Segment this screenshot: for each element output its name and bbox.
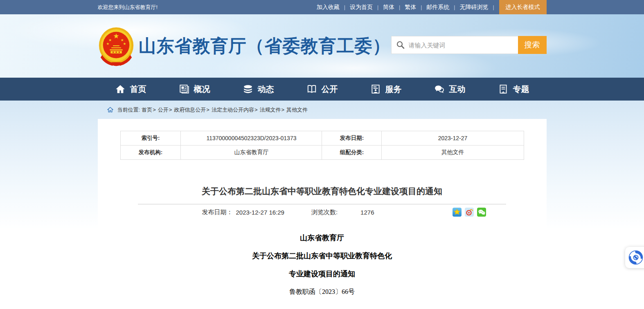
publish-date-label: 发布日期: bbox=[322, 131, 382, 146]
article-body-line: 关于公布第二批山东省中等职业教育特色化 bbox=[98, 247, 547, 265]
breadcrumb-item-regulations[interactable]: 法规文件 bbox=[260, 106, 281, 114]
views-label: 浏览次数: bbox=[311, 208, 338, 216]
share-buttons bbox=[453, 208, 486, 217]
nav-item-home[interactable]: 首页 bbox=[115, 84, 146, 95]
nav-item-services[interactable]: 服务 bbox=[370, 84, 402, 95]
separator: | bbox=[493, 4, 494, 10]
search-box: 搜索 bbox=[391, 36, 547, 54]
weibo-share-icon[interactable] bbox=[465, 208, 474, 217]
index-number-label: 索引号: bbox=[120, 131, 181, 146]
set-homepage-link[interactable]: 设为首页 bbox=[345, 4, 377, 11]
document-info-table: 索引号: 11370000004502323D/2023-01373 发布日期:… bbox=[120, 131, 524, 160]
index-number-value: 11370000004502323D/2023-01373 bbox=[181, 131, 322, 146]
publisher-value: 山东省教育厅 bbox=[181, 146, 322, 160]
home-icon[interactable] bbox=[107, 107, 113, 113]
topics-icon bbox=[498, 84, 509, 94]
breadcrumb-item-disclosure[interactable]: 公开 bbox=[158, 106, 169, 114]
table-row: 发布机构: 山东省教育厅 组配分类: 其他文件 bbox=[120, 146, 524, 160]
national-emblem-icon: ★ ★ ★ ★ ★ bbox=[98, 26, 135, 66]
elder-mode-button[interactable]: 进入长者模式 bbox=[499, 0, 547, 14]
publish-date-value: 2023-12-27 16:29 bbox=[236, 209, 284, 216]
gov-service-icon bbox=[628, 250, 643, 265]
breadcrumb-item-proactive[interactable]: 法定主动公开内容 bbox=[212, 106, 254, 114]
news-stack-icon bbox=[243, 84, 253, 94]
search-icon bbox=[396, 40, 405, 49]
open-book-icon bbox=[306, 84, 317, 94]
home-icon bbox=[115, 84, 126, 94]
search-input[interactable] bbox=[391, 36, 518, 54]
publish-date-value: 2023-12-27 bbox=[382, 131, 524, 146]
accessibility-link[interactable]: 无障碍浏览 bbox=[455, 4, 493, 11]
breadcrumb-separator: > bbox=[281, 107, 285, 113]
breadcrumb-item-gov-info[interactable]: 政府信息公开 bbox=[174, 106, 206, 114]
article-body: 山东省教育厅 关于公布第二批山东省中等职业教育特色化 专业建设项目的通知 鲁教职… bbox=[98, 229, 547, 301]
add-favorite-link[interactable]: 加入收藏 bbox=[312, 4, 344, 11]
overview-icon bbox=[179, 84, 189, 94]
site-header: ★ ★ ★ ★ ★ 山东省教育厅（省委教育工委） bbox=[0, 14, 644, 78]
publisher-label: 发布机构: bbox=[120, 146, 181, 160]
article-body-line: 专业建设项目的通知 bbox=[98, 265, 547, 283]
mail-system-link[interactable]: 邮件系统 bbox=[422, 4, 454, 11]
traditional-chinese-link[interactable]: 繁体 bbox=[400, 4, 421, 11]
wechat-share-icon[interactable] bbox=[477, 208, 486, 217]
search-button[interactable]: 搜索 bbox=[518, 36, 547, 54]
breadcrumb-separator: > bbox=[153, 107, 156, 113]
welcome-text: 欢迎您来到山东省教育厅! bbox=[98, 4, 158, 11]
content-panel: 索引号: 11370000004502323D/2023-01373 发布日期:… bbox=[98, 119, 547, 309]
site-title: 山东省教育厅（省委教育工委） bbox=[139, 34, 391, 58]
breadcrumb: 当前位置: 首页 > 公开 > 政府信息公开 > 法定主动公开内容 > 法规文件… bbox=[98, 101, 547, 119]
page-body: 当前位置: 首页 > 公开 > 政府信息公开 > 法定主动公开内容 > 法规文件… bbox=[0, 101, 644, 309]
nav-item-overview[interactable]: 概况 bbox=[179, 84, 210, 95]
article-body-line: 山东省教育厅 bbox=[98, 229, 547, 247]
category-label: 组配分类: bbox=[322, 146, 382, 160]
breadcrumb-separator: > bbox=[254, 107, 258, 113]
publish-date-label: 发布日期： bbox=[202, 208, 233, 216]
svg-text:★: ★ bbox=[123, 42, 126, 46]
article-meta: 发布日期： 2023-12-27 16:29 浏览次数: 1276 bbox=[98, 204, 547, 220]
category-value: 其他文件 bbox=[382, 146, 524, 160]
top-links: 加入收藏 | 设为首页 | 简体 | 繁体 | 邮件系统 | 无障碍浏览 | 进… bbox=[312, 0, 547, 14]
views-value: 1276 bbox=[360, 209, 374, 216]
simplified-chinese-link[interactable]: 简体 bbox=[378, 4, 399, 11]
breadcrumb-separator: > bbox=[206, 107, 209, 113]
nav-item-interaction[interactable]: 互动 bbox=[434, 84, 466, 95]
breadcrumb-item-home[interactable]: 首页 bbox=[142, 106, 152, 114]
breadcrumb-label: 当前位置: bbox=[117, 106, 140, 114]
gov-service-float-button[interactable] bbox=[625, 247, 644, 268]
qzone-share-icon[interactable] bbox=[453, 208, 462, 217]
breadcrumb-item-other-docs[interactable]: 其他文件 bbox=[286, 106, 308, 114]
nav-item-news[interactable]: 动态 bbox=[243, 84, 274, 95]
nav-item-disclosure[interactable]: 公开 bbox=[306, 84, 338, 95]
svg-text:★: ★ bbox=[106, 42, 109, 46]
nav-item-topics[interactable]: 专题 bbox=[498, 84, 529, 95]
top-utility-bar: 欢迎您来到山东省教育厅! 加入收藏 | 设为首页 | 简体 | 繁体 | 邮件系… bbox=[0, 0, 644, 14]
svg-text:★: ★ bbox=[113, 32, 119, 40]
chat-icon bbox=[434, 84, 445, 94]
service-icon bbox=[370, 84, 381, 94]
main-navigation: 首页 概况 动态 公开 bbox=[0, 78, 644, 101]
table-row: 索引号: 11370000004502323D/2023-01373 发布日期:… bbox=[120, 131, 524, 146]
document-number: 鲁教职函〔2023〕66号 bbox=[98, 283, 547, 301]
breadcrumb-separator: > bbox=[169, 107, 172, 113]
